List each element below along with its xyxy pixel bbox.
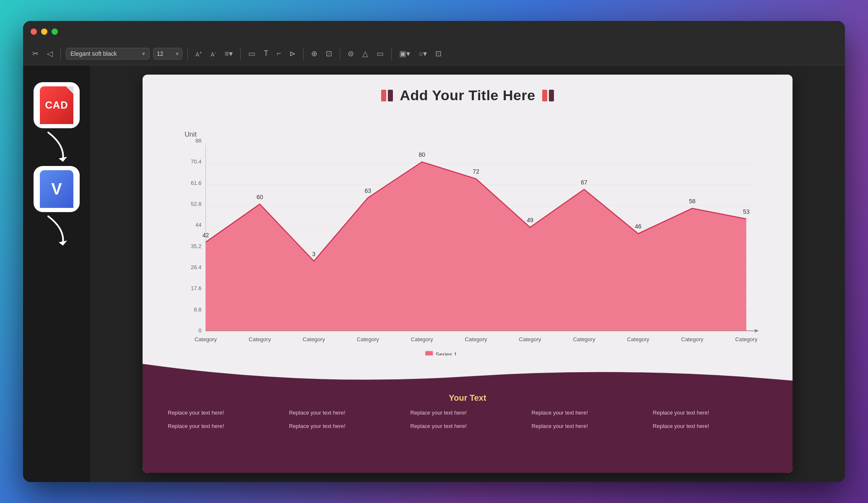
text-cell-4[interactable]: Replace your text here!	[532, 409, 646, 417]
font-size-selector[interactable]: 12 ▾	[153, 48, 182, 60]
icon-bar-dark-left	[388, 90, 393, 101]
svg-text:58: 58	[689, 198, 696, 205]
text-cell-6[interactable]: Replace your text here!	[168, 422, 282, 430]
icon-bar-red-right	[542, 90, 547, 101]
toolbar: ✂ ◁ Elegant soft black ▾ 12 ▾ A+ A- ≡▾ ▭…	[23, 42, 845, 65]
text-cell-9[interactable]: Replace your text here!	[532, 422, 646, 430]
slide-title-area: Add Your Title Here	[164, 87, 772, 104]
text-cell-7[interactable]: Replace your text here!	[289, 422, 403, 430]
text-grid: Replace your text here! Replace your tex…	[168, 409, 767, 430]
image-icon[interactable]: ⊡	[323, 47, 335, 60]
decrease-font-icon[interactable]: A-	[208, 48, 218, 60]
svg-text:26.4: 26.4	[191, 264, 201, 270]
svg-text:67: 67	[581, 179, 587, 186]
separator-5	[340, 47, 340, 60]
svg-text:42: 42	[203, 232, 209, 239]
svg-text:Category: Category	[681, 336, 704, 342]
close-button[interactable]	[31, 29, 37, 35]
sidebar-content: CAD V	[31, 82, 82, 250]
slide-lower: Your Text Replace your text here! Replac…	[143, 364, 793, 473]
font-selector[interactable]: Elegant soft black ▾	[66, 48, 150, 60]
triangle-icon[interactable]: △	[360, 47, 371, 60]
cad-icon-inner: CAD	[40, 86, 73, 124]
chart-area: Unit 0 8.8 17.6 26.4 3	[164, 112, 772, 355]
minimize-button[interactable]	[41, 29, 47, 35]
text-cell-2[interactable]: Replace your text here!	[289, 409, 403, 417]
text-icon[interactable]: T	[261, 47, 271, 60]
legend-label: Series 1	[435, 351, 457, 355]
legend-box	[425, 351, 433, 355]
svg-text:44: 44	[195, 222, 202, 228]
svg-text:46: 46	[635, 223, 642, 230]
vdoc-label: V	[51, 180, 62, 198]
fill-color-icon[interactable]: ▣▾	[397, 47, 413, 60]
title-icon-right	[542, 90, 554, 101]
arrow-tool-icon[interactable]: ⊳	[287, 47, 298, 60]
slide-container: Add Your Title Here Unit	[143, 75, 793, 473]
font-size-label: 12	[157, 50, 164, 57]
svg-text:Category: Category	[303, 336, 325, 342]
text-cell-1[interactable]: Replace your text here!	[168, 409, 282, 417]
chart-svg: Unit 0 8.8 17.6 26.4 3	[172, 112, 763, 355]
icon-bar-dark-right	[549, 90, 554, 101]
icon-bar-red-left	[381, 90, 386, 101]
crop-icon[interactable]: ⊡	[433, 47, 444, 60]
text-cell-3[interactable]: Replace your text here!	[410, 409, 525, 417]
titlebar	[23, 21, 845, 42]
svg-text:Category: Category	[195, 336, 217, 342]
slide-upper: Add Your Title Here Unit	[143, 75, 793, 364]
svg-text:53: 53	[743, 208, 750, 215]
increase-font-icon[interactable]: A+	[193, 48, 205, 60]
align-objs-icon[interactable]: ⊜	[345, 47, 356, 60]
connector-icon[interactable]: ⌐	[274, 47, 284, 60]
svg-text:Category: Category	[249, 336, 271, 342]
text-cell-10[interactable]: Replace your text here!	[653, 422, 767, 430]
svg-text:8.8: 8.8	[194, 306, 201, 313]
font-name-label: Elegant soft black	[70, 50, 117, 57]
main-canvas: Add Your Title Here Unit	[90, 65, 845, 482]
y-axis-label: Unit	[185, 130, 197, 138]
vdoc-icon-inner: V	[40, 170, 73, 208]
arrow-1-icon	[40, 128, 82, 166]
arrow-2-icon	[40, 212, 82, 250]
stroke-color-icon[interactable]: ○▾	[416, 47, 429, 60]
svg-text:70.4: 70.4	[191, 158, 201, 165]
svg-text:0: 0	[198, 327, 201, 334]
panel-icon[interactable]: ▭	[374, 47, 386, 60]
svg-text:17.6: 17.6	[191, 285, 201, 291]
svg-text:Category: Category	[573, 336, 595, 342]
your-text-label: Your Text	[449, 393, 486, 403]
svg-text:Category: Category	[411, 336, 434, 342]
content-area: CAD V	[23, 65, 845, 482]
svg-text:80: 80	[418, 151, 425, 158]
svg-text:61.6: 61.6	[191, 180, 201, 186]
sidebar: CAD V	[23, 65, 90, 482]
svg-marker-23	[755, 329, 759, 332]
lower-content: Your Text Replace your text here! Replac…	[143, 385, 793, 438]
maximize-button[interactable]	[52, 29, 58, 35]
svg-text:49: 49	[527, 217, 533, 223]
align-icon[interactable]: ≡▾	[222, 47, 235, 60]
svg-text:35.2: 35.2	[191, 243, 201, 249]
cad-app-icon[interactable]: CAD	[34, 82, 80, 128]
rect-icon[interactable]: ▭	[246, 47, 258, 60]
svg-text:Category: Category	[627, 336, 650, 342]
svg-text:72: 72	[473, 168, 479, 175]
separator-4	[303, 47, 304, 60]
cut-icon[interactable]: ✂	[30, 47, 41, 60]
svg-text:Category: Category	[465, 336, 488, 342]
separator-1	[60, 47, 61, 60]
svg-text:88: 88	[195, 137, 202, 144]
text-cell-8[interactable]: Replace your text here!	[410, 422, 525, 430]
separator-3	[240, 47, 241, 60]
undo-icon[interactable]: ◁	[44, 47, 55, 60]
svg-text:Category: Category	[519, 336, 542, 342]
cad-label: CAD	[45, 99, 68, 111]
title-icon-left	[381, 90, 393, 101]
vdoc-app-icon[interactable]: V	[34, 166, 80, 212]
layers-icon[interactable]: ⊕	[309, 47, 320, 60]
text-cell-5[interactable]: Replace your text here!	[653, 409, 767, 417]
slide-title[interactable]: Add Your Title Here	[400, 87, 535, 104]
separator-2	[187, 47, 188, 60]
svg-text:Category: Category	[735, 336, 758, 342]
